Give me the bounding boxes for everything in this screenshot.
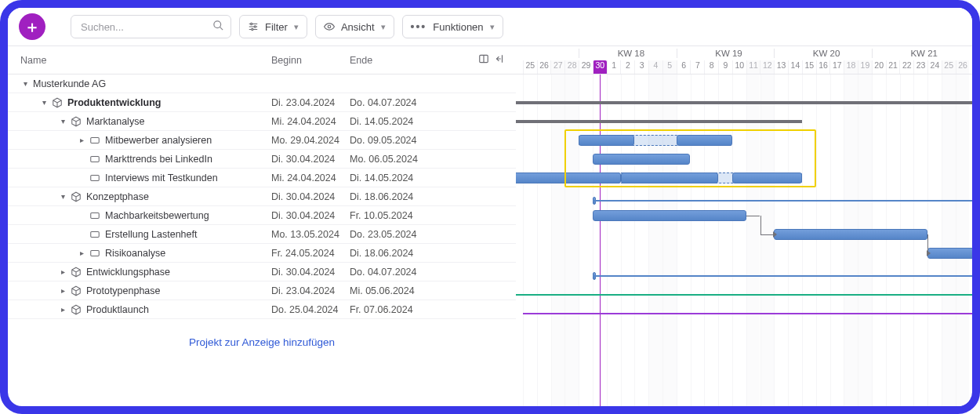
eye-icon <box>324 21 335 32</box>
filter-button[interactable]: Filter ▾ <box>239 15 307 38</box>
row-begin: Mi. 24.04.2024 <box>271 172 350 183</box>
add-button[interactable]: ＋ <box>19 13 45 40</box>
row-end: Do. 09.05.2024 <box>350 135 428 146</box>
row-name: Markttrends bei LinkedIn <box>105 154 212 165</box>
chevron-down-icon[interactable]: ▾ <box>58 117 67 126</box>
row-end: Di. 14.05.2024 <box>350 116 428 127</box>
day-label: 6 <box>677 60 691 74</box>
gantt-bar[interactable] <box>621 172 719 183</box>
day-label: 26 <box>537 60 551 74</box>
gantt-lane <box>516 281 972 300</box>
table-row[interactable]: ▸RisikoanalyseFr. 24.05.2024Di. 18.06.20… <box>8 244 516 263</box>
search-input[interactable] <box>71 16 230 38</box>
package-icon <box>71 304 82 315</box>
row-begin: Di. 30.04.2024 <box>271 154 350 165</box>
gantt-bar[interactable] <box>593 275 972 277</box>
filter-icon <box>248 21 259 32</box>
week-label: KW 20 <box>774 49 872 58</box>
gantt-bar[interactable] <box>593 200 972 202</box>
gantt-bar[interactable] <box>516 120 802 123</box>
table-row[interactable]: ▸Mitbewerber analysierenMo. 29.04.2024Do… <box>8 131 516 150</box>
gantt-chart[interactable]: KW 18KW 19KW 20KW 21 2526272829301234567… <box>516 45 972 406</box>
view-button[interactable]: Ansicht ▾ <box>315 15 394 38</box>
today-line <box>600 74 601 406</box>
day-label: 24 <box>927 60 942 74</box>
gantt-bar[interactable] <box>732 172 802 183</box>
chevron-right-icon[interactable]: ▸ <box>58 286 67 296</box>
task-icon <box>89 210 100 221</box>
day-label: 18 <box>844 60 858 74</box>
row-name: Produktentwicklung <box>67 97 161 108</box>
col-end[interactable]: Ende <box>350 55 428 66</box>
row-name: Entwicklungsphase <box>86 267 170 278</box>
day-label: 27 <box>550 60 564 74</box>
columns-icon[interactable] <box>478 53 489 67</box>
gantt-bar[interactable] <box>579 135 634 146</box>
chevron-down-icon[interactable]: ▾ <box>20 79 30 89</box>
chevron-right-icon[interactable]: ▸ <box>58 267 67 277</box>
row-begin: Mo. 29.04.2024 <box>271 135 350 146</box>
gantt-bar[interactable] <box>516 294 972 296</box>
table-row[interactable]: ▸EntwicklungsphaseDi. 30.04.2024Do. 04.0… <box>8 263 516 281</box>
chevron-down-icon[interactable]: ▾ <box>58 192 67 202</box>
day-label: 16 <box>816 60 830 74</box>
day-label: 29 <box>579 60 593 74</box>
day-label: 17 <box>829 60 844 74</box>
package-icon <box>71 116 82 127</box>
chevron-right-icon[interactable]: ▸ <box>58 305 67 314</box>
gantt-lane <box>516 300 972 319</box>
chevron-down-icon: ▾ <box>294 22 299 32</box>
gantt-lane <box>516 112 972 131</box>
svg-point-5 <box>254 26 256 27</box>
row-name: Mitbewerber analysieren <box>105 135 212 146</box>
table-row[interactable]: ▸PrototypenphaseDi. 23.04.2024Mi. 05.06.… <box>8 281 516 300</box>
table-row[interactable]: ▸Erstellung LastenheftMo. 13.05.2024Do. … <box>8 225 516 244</box>
week-label: KW 21 <box>872 49 970 58</box>
add-project-link[interactable]: Projekt zur Anzeige hinzufügen <box>8 336 516 348</box>
functions-button[interactable]: ••• Funktionen ▾ <box>402 15 503 38</box>
row-name: Prototypenphase <box>86 285 161 296</box>
chevron-right-icon[interactable]: ▸ <box>77 249 86 258</box>
chevron-down-icon[interactable]: ▾ <box>39 98 49 107</box>
day-label: 9 <box>718 60 732 74</box>
gantt-bar[interactable] <box>523 313 972 314</box>
table-header: Name Beginn Ende <box>8 46 516 74</box>
row-end: Fr. 10.05.2024 <box>350 210 428 221</box>
col-name[interactable]: Name <box>8 55 271 66</box>
gantt-bar[interactable] <box>677 135 732 146</box>
table-row[interactable]: ▸Markttrends bei LinkedInDi. 30.04.2024M… <box>8 150 516 169</box>
day-label: 26 <box>956 60 970 74</box>
day-label: 10 <box>732 60 746 74</box>
row-end: Di. 14.05.2024 <box>350 172 428 183</box>
table-row[interactable]: ▸MachbarkeitsbewertungDi. 30.04.2024Fr. … <box>8 206 516 225</box>
collapse-panel-icon[interactable] <box>494 53 505 67</box>
chevron-down-icon: ▾ <box>490 22 495 32</box>
table-row[interactable]: ▾MarktanalyseMi. 24.04.2024Di. 14.05.202… <box>8 112 516 131</box>
row-begin: Di. 30.04.2024 <box>271 191 350 202</box>
row-end: Fr. 07.06.2024 <box>350 304 428 315</box>
row-end: Mo. 06.05.2024 <box>350 154 428 165</box>
row-name: Musterkunde AG <box>33 78 106 89</box>
chevron-right-icon[interactable]: ▸ <box>77 136 86 145</box>
table-row[interactable]: ▸Interviews mit TestkundenMi. 24.04.2024… <box>8 169 516 187</box>
gantt-bar[interactable] <box>593 154 691 165</box>
plus-icon: ＋ <box>24 16 40 38</box>
task-icon <box>89 229 100 240</box>
svg-point-3 <box>251 23 252 24</box>
gantt-bar[interactable] <box>774 229 927 240</box>
day-label: 25 <box>942 60 956 74</box>
day-label: 1 <box>607 60 621 74</box>
gantt-bar[interactable] <box>927 248 972 259</box>
row-name: Machbarkeitsbewertung <box>105 210 209 221</box>
gantt-bar[interactable] <box>516 172 621 183</box>
col-begin[interactable]: Beginn <box>271 55 350 66</box>
day-label: 13 <box>774 60 788 74</box>
gantt-bar[interactable] <box>593 210 746 221</box>
table-row[interactable]: ▾KonzeptphaseDi. 30.04.2024Di. 18.06.202… <box>8 187 516 206</box>
table-row[interactable]: ▸ProduktlaunchDo. 25.04.2024Fr. 07.06.20… <box>8 300 516 319</box>
gantt-bar[interactable] <box>516 101 972 104</box>
table-row[interactable]: ▾ProduktentwicklungDi. 23.04.2024Do. 04.… <box>8 93 516 112</box>
table-row[interactable]: ▾Musterkunde AG <box>8 74 516 93</box>
row-begin: Di. 30.04.2024 <box>271 267 350 278</box>
search-field[interactable] <box>71 15 231 38</box>
